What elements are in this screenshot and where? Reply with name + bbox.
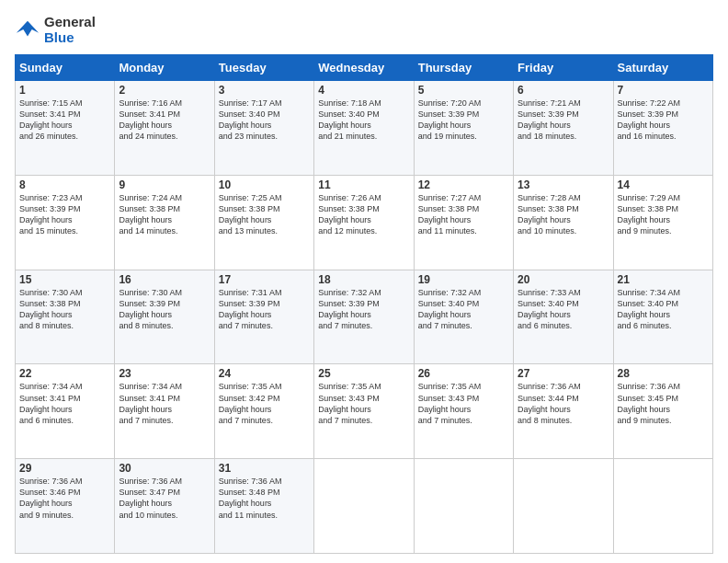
day-info: Sunrise: 7:36 AMSunset: 3:48 PMDaylight … [219,477,282,519]
day-info: Sunrise: 7:15 AMSunset: 3:41 PMDaylight … [19,98,83,141]
day-cell-16: 16 Sunrise: 7:30 AMSunset: 3:39 PMDaylig… [115,270,214,364]
day-cell-20: 20 Sunrise: 7:33 AMSunset: 3:40 PMDaylig… [514,270,613,364]
day-number: 31 [219,462,310,475]
calendar-header-row: SundayMondayTuesdayWednesdayThursdayFrid… [16,55,713,81]
col-header-monday: Monday [115,55,214,81]
day-number: 26 [418,367,509,380]
day-info: Sunrise: 7:17 AMSunset: 3:40 PMDaylight … [219,98,282,141]
day-cell-13: 13 Sunrise: 7:28 AMSunset: 3:38 PMDaylig… [514,175,613,270]
page: General Blue SundayMondayTuesdayWednesda… [0,0,728,563]
day-info: Sunrise: 7:36 AMSunset: 3:45 PMDaylight … [618,382,681,424]
day-number: 7 [618,84,709,97]
day-number: 5 [418,84,509,97]
week-row-3: 15 Sunrise: 7:30 AMSunset: 3:38 PMDaylig… [16,270,713,364]
day-number: 2 [119,84,210,97]
day-number: 24 [219,367,310,380]
day-info: Sunrise: 7:31 AMSunset: 3:39 PMDaylight … [219,288,282,330]
day-cell-1: 1 Sunrise: 7:15 AMSunset: 3:41 PMDayligh… [16,81,115,176]
svg-marker-0 [17,20,39,36]
day-info: Sunrise: 7:35 AMSunset: 3:42 PMDaylight … [219,382,282,424]
day-info: Sunrise: 7:36 AMSunset: 3:47 PMDaylight … [119,477,182,519]
day-number: 21 [618,273,709,286]
day-cell-15: 15 Sunrise: 7:30 AMSunset: 3:38 PMDaylig… [16,270,115,364]
logo-icon [15,17,40,43]
day-info: Sunrise: 7:36 AMSunset: 3:44 PMDaylight … [518,382,581,424]
day-cell-21: 21 Sunrise: 7:34 AMSunset: 3:40 PMDaylig… [613,270,712,364]
week-row-5: 29 Sunrise: 7:36 AMSunset: 3:46 PMDaylig… [16,459,713,554]
col-header-wednesday: Wednesday [314,55,414,81]
day-cell-27: 27 Sunrise: 7:36 AMSunset: 3:44 PMDaylig… [514,364,613,459]
day-info: Sunrise: 7:29 AMSunset: 3:38 PMDaylight … [618,193,681,236]
logo-text: General Blue [44,15,96,45]
day-info: Sunrise: 7:27 AMSunset: 3:38 PMDaylight … [418,193,482,236]
day-info: Sunrise: 7:34 AMSunset: 3:40 PMDaylight … [618,288,681,330]
day-info: Sunrise: 7:18 AMSunset: 3:40 PMDaylight … [318,98,381,141]
day-info: Sunrise: 7:21 AMSunset: 3:39 PMDaylight … [518,98,581,141]
day-cell-24: 24 Sunrise: 7:35 AMSunset: 3:42 PMDaylig… [214,364,313,459]
day-cell-10: 10 Sunrise: 7:25 AMSunset: 3:38 PMDaylig… [214,175,313,270]
day-info: Sunrise: 7:34 AMSunset: 3:41 PMDaylight … [119,382,182,424]
day-cell-31: 31 Sunrise: 7:36 AMSunset: 3:48 PMDaylig… [214,459,313,554]
day-number: 19 [418,273,509,286]
day-cell-29: 29 Sunrise: 7:36 AMSunset: 3:46 PMDaylig… [16,459,115,554]
day-number: 11 [318,178,409,191]
day-cell-30: 30 Sunrise: 7:36 AMSunset: 3:47 PMDaylig… [115,459,214,554]
day-cell-26: 26 Sunrise: 7:35 AMSunset: 3:43 PMDaylig… [414,364,513,459]
calendar-table: SundayMondayTuesdayWednesdayThursdayFrid… [15,54,713,554]
day-info: Sunrise: 7:26 AMSunset: 3:38 PMDaylight … [318,193,381,236]
day-info: Sunrise: 7:16 AMSunset: 3:41 PMDaylight … [119,98,182,141]
week-row-4: 22 Sunrise: 7:34 AMSunset: 3:41 PMDaylig… [16,364,713,459]
day-number: 1 [19,84,110,97]
col-header-friday: Friday [514,55,613,81]
day-number: 3 [219,84,310,97]
day-info: Sunrise: 7:35 AMSunset: 3:43 PMDaylight … [318,382,381,424]
empty-cell [314,459,414,554]
day-cell-11: 11 Sunrise: 7:26 AMSunset: 3:38 PMDaylig… [314,175,414,270]
day-cell-19: 19 Sunrise: 7:32 AMSunset: 3:40 PMDaylig… [414,270,513,364]
header: General Blue [15,15,713,45]
week-row-1: 1 Sunrise: 7:15 AMSunset: 3:41 PMDayligh… [16,81,713,176]
day-number: 29 [19,462,110,475]
day-number: 9 [119,178,210,191]
day-number: 13 [518,178,609,191]
week-row-2: 8 Sunrise: 7:23 AMSunset: 3:39 PMDayligh… [16,175,713,270]
day-info: Sunrise: 7:32 AMSunset: 3:40 PMDaylight … [418,288,482,330]
day-number: 4 [318,84,409,97]
day-info: Sunrise: 7:28 AMSunset: 3:38 PMDaylight … [518,193,581,236]
day-info: Sunrise: 7:20 AMSunset: 3:39 PMDaylight … [418,98,482,141]
day-cell-28: 28 Sunrise: 7:36 AMSunset: 3:45 PMDaylig… [613,364,712,459]
empty-cell [414,459,513,554]
day-number: 22 [19,367,110,380]
day-info: Sunrise: 7:25 AMSunset: 3:38 PMDaylight … [219,193,282,236]
day-cell-8: 8 Sunrise: 7:23 AMSunset: 3:39 PMDayligh… [16,175,115,270]
day-info: Sunrise: 7:36 AMSunset: 3:46 PMDaylight … [19,477,83,519]
day-info: Sunrise: 7:30 AMSunset: 3:39 PMDaylight … [119,288,182,330]
day-number: 23 [119,367,210,380]
day-info: Sunrise: 7:34 AMSunset: 3:41 PMDaylight … [19,382,83,424]
col-header-tuesday: Tuesday [214,55,313,81]
day-cell-23: 23 Sunrise: 7:34 AMSunset: 3:41 PMDaylig… [115,364,214,459]
day-number: 15 [19,273,110,286]
col-header-thursday: Thursday [414,55,513,81]
day-number: 28 [618,367,709,380]
day-number: 18 [318,273,409,286]
day-cell-22: 22 Sunrise: 7:34 AMSunset: 3:41 PMDaylig… [16,364,115,459]
day-cell-17: 17 Sunrise: 7:31 AMSunset: 3:39 PMDaylig… [214,270,313,364]
day-cell-6: 6 Sunrise: 7:21 AMSunset: 3:39 PMDayligh… [514,81,613,176]
day-info: Sunrise: 7:35 AMSunset: 3:43 PMDaylight … [418,382,482,424]
day-number: 30 [119,462,210,475]
logo: General Blue [15,15,96,45]
day-info: Sunrise: 7:24 AMSunset: 3:38 PMDaylight … [119,193,182,236]
day-info: Sunrise: 7:23 AMSunset: 3:39 PMDaylight … [19,193,83,236]
day-cell-9: 9 Sunrise: 7:24 AMSunset: 3:38 PMDayligh… [115,175,214,270]
day-number: 20 [518,273,609,286]
day-number: 8 [19,178,110,191]
day-number: 25 [318,367,409,380]
empty-cell [514,459,613,554]
col-header-sunday: Sunday [16,55,115,81]
empty-cell [613,459,712,554]
day-number: 12 [418,178,509,191]
day-cell-7: 7 Sunrise: 7:22 AMSunset: 3:39 PMDayligh… [613,81,712,176]
day-cell-5: 5 Sunrise: 7:20 AMSunset: 3:39 PMDayligh… [414,81,513,176]
day-cell-25: 25 Sunrise: 7:35 AMSunset: 3:43 PMDaylig… [314,364,414,459]
